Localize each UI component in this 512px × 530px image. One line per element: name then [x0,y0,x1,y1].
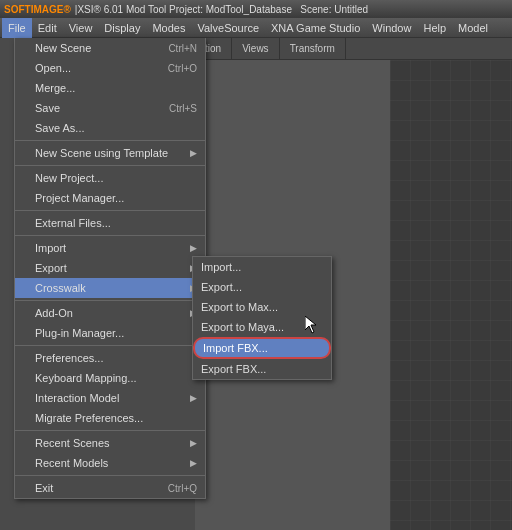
menu-item-new-scene-template[interactable]: New Scene using Template ▶ [15,143,205,163]
recent-models-label: Recent Models [35,457,108,469]
export-label: Export [35,262,67,274]
menu-item-plugin-manager[interactable]: Plug-in Manager... [15,323,205,343]
menu-edit[interactable]: Edit [32,18,63,38]
crosswalk-export-label: Export... [201,281,242,293]
separator-6 [15,345,205,346]
menu-item-external-files[interactable]: External Files... [15,213,205,233]
panel-tabs: tion Views Transform [195,38,512,60]
viewport [390,60,512,530]
menu-item-project-manager[interactable]: Project Manager... [15,188,205,208]
submenu-arrow-1: ▶ [190,148,197,158]
submenu-item-export[interactable]: Export... [193,277,331,297]
project-manager-label: Project Manager... [35,192,124,204]
menu-item-save[interactable]: Save Ctrl+S [15,98,205,118]
submenu-arrow-interaction: ▶ [190,393,197,403]
menu-help[interactable]: Help [417,18,452,38]
menu-file[interactable]: File [2,18,32,38]
addon-label: Add-On [35,307,73,319]
plugin-manager-label: Plug-in Manager... [35,327,124,339]
exit-label: Exit [35,482,53,494]
submenu-item-export-maya[interactable]: Export to Maya... [193,317,331,337]
separator-2 [15,165,205,166]
menu-item-recent-scenes[interactable]: Recent Scenes ▶ [15,433,205,453]
keyboard-mapping-label: Keyboard Mapping... [35,372,137,384]
menu-item-open[interactable]: Open... Ctrl+O [15,58,205,78]
crosswalk-import-fbx-label: Import FBX... [203,342,268,354]
main-area: tion Views Transform New Scene Ctrl+N Op… [0,38,512,530]
submenu-arrow-recent-models: ▶ [190,458,197,468]
panel-tab-transform[interactable]: Transform [280,38,346,59]
save-as-label: Save As... [35,122,85,134]
crosswalk-export-max-label: Export to Max... [201,301,278,313]
menu-item-new-scene[interactable]: New Scene Ctrl+N [15,38,205,58]
separator-8 [15,475,205,476]
scene-name: Scene: Untitled [300,4,368,15]
menu-modes[interactable]: Modes [146,18,191,38]
menu-item-import[interactable]: Import ▶ [15,238,205,258]
new-project-label: New Project... [35,172,103,184]
separator-5 [15,300,205,301]
panel-tab-views[interactable]: Views [232,38,280,59]
crosswalk-export-fbx-label: Export FBX... [201,363,266,375]
external-files-label: External Files... [35,217,111,229]
migrate-prefs-label: Migrate Preferences... [35,412,143,424]
menu-item-crosswalk[interactable]: Crosswalk ▶ [15,278,205,298]
merge-label: Merge... [35,82,75,94]
menu-xna[interactable]: XNA Game Studio [265,18,366,38]
menu-item-recent-models[interactable]: Recent Models ▶ [15,453,205,473]
new-scene-label: New Scene [35,42,91,54]
submenu-item-import-fbx[interactable]: Import FBX... [193,337,331,359]
exit-shortcut: Ctrl+Q [168,483,197,494]
crosswalk-export-maya-label: Export to Maya... [201,321,284,333]
menu-valvesource[interactable]: ValveSource [191,18,265,38]
submenu-arrow-recent-scenes: ▶ [190,438,197,448]
menu-item-save-as[interactable]: Save As... [15,118,205,138]
file-dropdown-menu: New Scene Ctrl+N Open... Ctrl+O Merge...… [14,38,206,499]
interaction-model-label: Interaction Model [35,392,119,404]
submenu-item-import[interactable]: Import... [193,257,331,277]
submenu-item-export-fbx[interactable]: Export FBX... [193,359,331,379]
title-separator2 [292,4,300,15]
menu-item-interaction-model[interactable]: Interaction Model ▶ [15,388,205,408]
save-shortcut: Ctrl+S [169,103,197,114]
save-label: Save [35,102,60,114]
preferences-label: Preferences... [35,352,103,364]
menu-bar: File Edit View Display Modes ValveSource… [0,18,512,38]
title-bar: SOFTIMAGE® | XSI® 6.01 Mod Tool Project:… [0,0,512,18]
menu-model[interactable]: Model [452,18,494,38]
menu-item-exit[interactable]: Exit Ctrl+Q [15,478,205,498]
separator-1 [15,140,205,141]
menu-item-new-project[interactable]: New Project... [15,168,205,188]
app-title: XSI® 6.01 Mod Tool Project: ModTool_Data… [77,4,292,15]
crosswalk-label: Crosswalk [35,282,86,294]
app-logo: SOFTIMAGE® [4,4,71,15]
new-scene-shortcut: Ctrl+N [168,43,197,54]
submenu-arrow-import: ▶ [190,243,197,253]
menu-item-addon[interactable]: Add-On ▶ [15,303,205,323]
menu-item-merge[interactable]: Merge... [15,78,205,98]
open-shortcut: Ctrl+O [168,63,197,74]
viewport-grid [390,60,512,530]
menu-item-keyboard-mapping[interactable]: Keyboard Mapping... [15,368,205,388]
crosswalk-submenu: Import... Export... Export to Max... Exp… [192,256,332,380]
menu-window[interactable]: Window [366,18,417,38]
menu-item-migrate-prefs[interactable]: Migrate Preferences... [15,408,205,428]
import-label: Import [35,242,66,254]
new-scene-template-label: New Scene using Template [35,147,168,159]
separator-7 [15,430,205,431]
crosswalk-import-label: Import... [201,261,241,273]
open-label: Open... [35,62,71,74]
submenu-item-export-max[interactable]: Export to Max... [193,297,331,317]
menu-item-export[interactable]: Export ▶ [15,258,205,278]
menu-item-preferences[interactable]: Preferences... [15,348,205,368]
menu-display[interactable]: Display [98,18,146,38]
menu-view[interactable]: View [63,18,99,38]
separator-3 [15,210,205,211]
recent-scenes-label: Recent Scenes [35,437,110,449]
separator-4 [15,235,205,236]
